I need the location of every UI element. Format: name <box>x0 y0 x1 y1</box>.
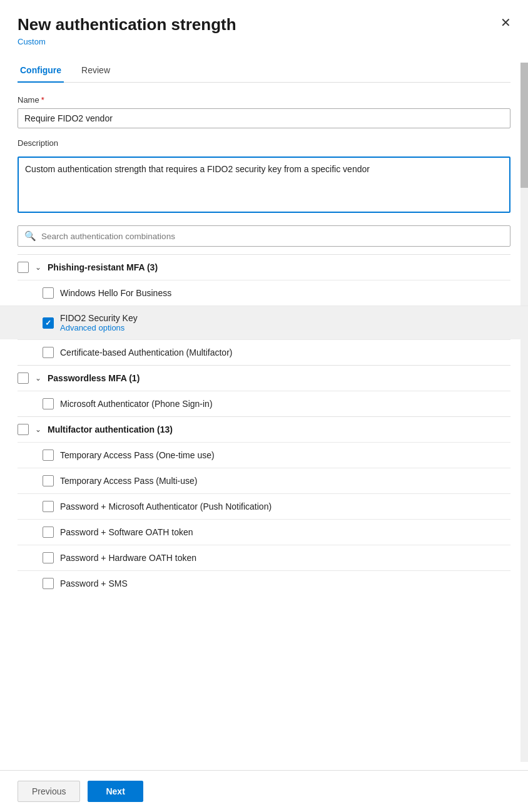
list-item: Password + SMS <box>18 570 510 596</box>
chevron-multifactor[interactable]: ⌄ <box>35 425 41 434</box>
item-label-ms-auth: Microsoft Authenticator (Phone Sign-in) <box>60 399 213 409</box>
group-passwordless-label: Passwordless MFA (1) <box>48 373 140 383</box>
tab-review[interactable]: Review <box>79 59 113 83</box>
name-field-group: Name* <box>18 95 510 128</box>
checkbox-passwordless[interactable] <box>18 373 29 384</box>
list-item: Password + Software OATH token <box>18 519 510 545</box>
group-multifactor-header: ⌄ Multifactor authentication (13) <box>18 416 510 442</box>
chevron-passwordless[interactable]: ⌄ <box>35 374 41 383</box>
chevron-phishing[interactable]: ⌄ <box>35 263 41 272</box>
checkbox-cba-mf[interactable] <box>43 347 54 358</box>
group-multifactor-label: Multifactor authentication (13) <box>48 424 173 434</box>
search-icon: 🔍 <box>24 230 36 242</box>
group-phishing-label: Phishing-resistant MFA (3) <box>48 262 158 272</box>
description-field-group: Description Custom authentication streng… <box>18 138 510 215</box>
search-input[interactable] <box>41 232 504 241</box>
tabs-container: Configure Review <box>18 59 510 83</box>
previous-button[interactable]: Previous <box>18 781 80 802</box>
checkbox-pwd-ms-push[interactable] <box>43 501 54 512</box>
checkbox-whfb[interactable] <box>43 287 54 299</box>
advanced-options-link[interactable]: Advanced options <box>60 323 138 332</box>
close-button[interactable]: ✕ <box>495 13 515 33</box>
list-item: Temporary Access Pass (One-time use) <box>18 442 510 468</box>
list-item: FIDO2 Security Key Advanced options <box>0 306 528 339</box>
page-container: New authentication strength Custom ✕ ▲ ▼… <box>0 0 528 812</box>
list-item: Microsoft Authenticator (Phone Sign-in) <box>18 391 510 416</box>
checkbox-fido2[interactable] <box>43 317 54 329</box>
item-label-pwd-soft-oath: Password + Software OATH token <box>60 527 193 537</box>
item-label-tap-multi: Temporary Access Pass (Multi-use) <box>60 476 197 486</box>
item-label-whfb: Windows Hello For Business <box>60 288 171 298</box>
list-item: Password + Hardware OATH token <box>18 545 510 570</box>
description-label: Description <box>18 138 510 148</box>
item-label-pwd-sms: Password + SMS <box>60 578 128 588</box>
list-item: Certificate-based Authentication (Multif… <box>18 339 510 365</box>
checkbox-tap-one[interactable] <box>43 450 54 461</box>
list-item: Password + Microsoft Authenticator (Push… <box>18 493 510 519</box>
list-item: Temporary Access Pass (Multi-use) <box>18 468 510 493</box>
content-area: Configure Review Name* Description Custo… <box>0 51 528 812</box>
item-label-fido2: FIDO2 Security Key <box>60 313 138 323</box>
checkbox-phishing[interactable] <box>18 262 29 273</box>
item-label-pwd-ms-push: Password + Microsoft Authenticator (Push… <box>60 501 272 511</box>
page-header: New authentication strength Custom ✕ <box>0 0 528 51</box>
checkbox-pwd-hard-oath[interactable] <box>43 552 54 563</box>
checkbox-multifactor[interactable] <box>18 424 29 435</box>
fido2-text-block: FIDO2 Security Key Advanced options <box>60 313 138 332</box>
list-item: Windows Hello For Business <box>18 280 510 306</box>
name-label: Name* <box>18 95 510 105</box>
checkbox-ms-auth[interactable] <box>43 398 54 409</box>
tab-configure[interactable]: Configure <box>18 59 64 83</box>
group-passwordless-header: ⌄ Passwordless MFA (1) <box>18 365 510 391</box>
search-container: 🔍 <box>18 225 510 247</box>
item-label-tap-one: Temporary Access Pass (One-time use) <box>60 450 215 460</box>
page-title: New authentication strength <box>18 15 510 34</box>
checkbox-pwd-soft-oath[interactable] <box>43 527 54 538</box>
description-input[interactable]: Custom authentication strength that requ… <box>18 157 510 213</box>
checkbox-tap-multi[interactable] <box>43 475 54 486</box>
auth-list: ⌄ Phishing-resistant MFA (3) Windows Hel… <box>18 254 510 646</box>
group-phishing-header: ⌄ Phishing-resistant MFA (3) <box>18 254 510 280</box>
footer: Previous Next <box>0 770 528 812</box>
item-label-pwd-hard-oath: Password + Hardware OATH token <box>60 553 196 563</box>
name-input[interactable] <box>18 108 510 128</box>
checkbox-pwd-sms[interactable] <box>43 578 54 589</box>
required-indicator: * <box>41 95 44 105</box>
item-label-cba-mf: Certificate-based Authentication (Multif… <box>60 347 232 357</box>
page-subtitle: Custom <box>18 37 510 46</box>
next-button[interactable]: Next <box>88 781 143 802</box>
